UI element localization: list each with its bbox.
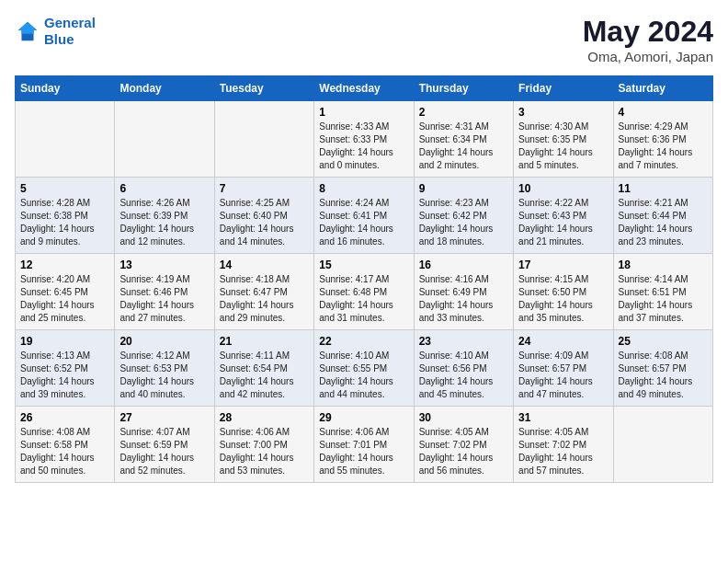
cell-line: Sunrise: 4:17 AM bbox=[319, 274, 389, 284]
day-of-week-header: Friday bbox=[514, 76, 613, 101]
cell-line: Daylight: 14 hours bbox=[419, 376, 494, 386]
cell-line: Sunset: 6:52 PM bbox=[20, 363, 88, 373]
cell-line: Sunrise: 4:18 AM bbox=[220, 274, 290, 284]
calendar-cell bbox=[214, 101, 313, 178]
day-number: 9 bbox=[419, 182, 508, 195]
cell-line: Sunrise: 4:12 AM bbox=[119, 350, 189, 361]
cell-line: and 31 minutes. bbox=[319, 313, 384, 323]
cell-line: Sunrise: 4:26 AM bbox=[119, 198, 189, 208]
cell-content: Sunrise: 4:19 AMSunset: 6:46 PMDaylight:… bbox=[119, 273, 209, 325]
cell-line: Daylight: 14 hours bbox=[619, 376, 693, 386]
cell-line: Daylight: 14 hours bbox=[20, 300, 95, 310]
cell-line: Sunrise: 4:15 AM bbox=[518, 274, 588, 284]
day-number: 15 bbox=[319, 259, 408, 271]
calendar-cell: 23Sunrise: 4:10 AMSunset: 6:56 PMDayligh… bbox=[414, 330, 513, 407]
cell-line: and 21 minutes. bbox=[518, 236, 584, 247]
cell-line: Sunset: 6:54 PM bbox=[220, 363, 288, 373]
day-number: 25 bbox=[619, 335, 708, 348]
calendar-cell: 19Sunrise: 4:13 AMSunset: 6:52 PMDayligh… bbox=[16, 330, 115, 407]
cell-line: Sunrise: 4:05 AM bbox=[518, 427, 588, 437]
day-number: 19 bbox=[20, 335, 109, 348]
main-title: May 2024 bbox=[583, 15, 713, 49]
cell-line: Sunrise: 4:30 AM bbox=[518, 121, 588, 132]
cell-line: Daylight: 14 hours bbox=[419, 453, 494, 463]
cell-line: Sunrise: 4:09 AM bbox=[518, 350, 588, 361]
cell-content: Sunrise: 4:16 AMSunset: 6:49 PMDaylight:… bbox=[419, 273, 508, 325]
cell-line: Sunrise: 4:29 AM bbox=[619, 121, 688, 132]
cell-content: Sunrise: 4:20 AMSunset: 6:45 PMDaylight:… bbox=[20, 273, 109, 325]
calendar-cell: 15Sunrise: 4:17 AMSunset: 6:48 PMDayligh… bbox=[314, 254, 414, 330]
cell-line: Daylight: 14 hours bbox=[419, 147, 494, 157]
cell-line: Sunset: 6:40 PM bbox=[220, 211, 288, 221]
cell-line: Sunrise: 4:24 AM bbox=[319, 198, 389, 208]
cell-content: Sunrise: 4:17 AMSunset: 6:48 PMDaylight:… bbox=[319, 273, 408, 325]
cell-line: Daylight: 14 hours bbox=[619, 224, 693, 234]
cell-line: Sunset: 6:53 PM bbox=[119, 363, 188, 373]
cell-content: Sunrise: 4:05 AMSunset: 7:02 PMDaylight:… bbox=[419, 426, 508, 477]
day-number: 18 bbox=[619, 259, 708, 271]
day-number: 30 bbox=[419, 411, 508, 424]
cell-line: Sunrise: 4:08 AM bbox=[619, 350, 688, 361]
cell-content: Sunrise: 4:08 AMSunset: 6:58 PMDaylight:… bbox=[20, 426, 109, 477]
cell-line: Sunset: 6:59 PM bbox=[119, 440, 188, 450]
day-number: 14 bbox=[220, 259, 309, 271]
calendar-cell: 5Sunrise: 4:28 AMSunset: 6:38 PMDaylight… bbox=[16, 178, 115, 254]
calendar-cell: 21Sunrise: 4:11 AMSunset: 6:54 PMDayligh… bbox=[214, 330, 313, 407]
calendar-cell: 17Sunrise: 4:15 AMSunset: 6:50 PMDayligh… bbox=[514, 254, 613, 330]
cell-line: and 16 minutes. bbox=[319, 236, 384, 247]
cell-line: Daylight: 14 hours bbox=[220, 224, 294, 234]
cell-line: Sunset: 6:58 PM bbox=[20, 440, 88, 450]
cell-line: and 40 minutes. bbox=[119, 389, 185, 399]
cell-line: and 0 minutes. bbox=[319, 160, 380, 170]
calendar-cell: 16Sunrise: 4:16 AMSunset: 6:49 PMDayligh… bbox=[414, 254, 513, 330]
cell-content: Sunrise: 4:15 AMSunset: 6:50 PMDaylight:… bbox=[518, 273, 608, 325]
cell-line: Sunrise: 4:05 AM bbox=[419, 427, 489, 437]
cell-line: and 52 minutes. bbox=[119, 465, 185, 476]
cell-line: Sunset: 6:48 PM bbox=[319, 287, 387, 297]
cell-line: Sunrise: 4:06 AM bbox=[220, 427, 290, 437]
calendar-cell: 29Sunrise: 4:06 AMSunset: 7:01 PMDayligh… bbox=[314, 407, 414, 483]
day-number: 2 bbox=[419, 106, 508, 119]
cell-line: Sunset: 6:38 PM bbox=[20, 211, 88, 221]
cell-line: Daylight: 14 hours bbox=[220, 453, 294, 463]
cell-line: Sunset: 6:33 PM bbox=[319, 134, 387, 144]
cell-line: Daylight: 14 hours bbox=[119, 453, 194, 463]
calendar-cell: 18Sunrise: 4:14 AMSunset: 6:51 PMDayligh… bbox=[613, 254, 712, 330]
cell-content: Sunrise: 4:06 AMSunset: 7:01 PMDaylight:… bbox=[319, 426, 408, 477]
cell-line: and 49 minutes. bbox=[619, 389, 684, 399]
cell-line: Sunrise: 4:06 AM bbox=[319, 427, 389, 437]
calendar-week-row: 12Sunrise: 4:20 AMSunset: 6:45 PMDayligh… bbox=[16, 254, 713, 330]
calendar-cell: 11Sunrise: 4:21 AMSunset: 6:44 PMDayligh… bbox=[613, 178, 712, 254]
cell-line: Sunrise: 4:07 AM bbox=[119, 427, 189, 437]
calendar-cell: 20Sunrise: 4:12 AMSunset: 6:53 PMDayligh… bbox=[115, 330, 214, 407]
cell-content: Sunrise: 4:07 AMSunset: 6:59 PMDaylight:… bbox=[119, 426, 209, 477]
cell-line: and 18 minutes. bbox=[419, 236, 484, 247]
calendar-cell: 9Sunrise: 4:23 AMSunset: 6:42 PMDaylight… bbox=[414, 178, 513, 254]
day-number: 3 bbox=[518, 106, 608, 119]
cell-line: Daylight: 14 hours bbox=[119, 300, 194, 310]
cell-line: Sunset: 6:56 PM bbox=[419, 363, 487, 373]
cell-line: and 39 minutes. bbox=[20, 389, 85, 399]
cell-line: Daylight: 14 hours bbox=[20, 224, 95, 234]
cell-line: Daylight: 14 hours bbox=[419, 300, 494, 310]
cell-line: Sunset: 6:39 PM bbox=[119, 211, 188, 221]
cell-content: Sunrise: 4:10 AMSunset: 6:55 PMDaylight:… bbox=[319, 350, 408, 401]
cell-line: and 14 minutes. bbox=[220, 236, 285, 247]
day-number: 28 bbox=[220, 411, 309, 424]
calendar-table: SundayMondayTuesdayWednesdayThursdayFrid… bbox=[15, 75, 713, 483]
cell-line: and 23 minutes. bbox=[619, 236, 684, 247]
calendar-cell: 30Sunrise: 4:05 AMSunset: 7:02 PMDayligh… bbox=[414, 407, 513, 483]
day-number: 17 bbox=[518, 259, 608, 271]
cell-content: Sunrise: 4:29 AMSunset: 6:36 PMDaylight:… bbox=[619, 121, 708, 172]
calendar-cell: 22Sunrise: 4:10 AMSunset: 6:55 PMDayligh… bbox=[314, 330, 414, 407]
day-number: 4 bbox=[619, 106, 708, 119]
cell-content: Sunrise: 4:28 AMSunset: 6:38 PMDaylight:… bbox=[20, 197, 109, 248]
calendar-cell: 14Sunrise: 4:18 AMSunset: 6:47 PMDayligh… bbox=[214, 254, 313, 330]
day-number: 24 bbox=[518, 335, 608, 348]
cell-content: Sunrise: 4:21 AMSunset: 6:44 PMDaylight:… bbox=[619, 197, 708, 248]
cell-content: Sunrise: 4:13 AMSunset: 6:52 PMDaylight:… bbox=[20, 350, 109, 401]
svg-marker-1 bbox=[18, 22, 38, 34]
day-number: 29 bbox=[319, 411, 408, 424]
cell-line: and 47 minutes. bbox=[518, 389, 584, 399]
cell-line: Daylight: 14 hours bbox=[319, 147, 393, 157]
